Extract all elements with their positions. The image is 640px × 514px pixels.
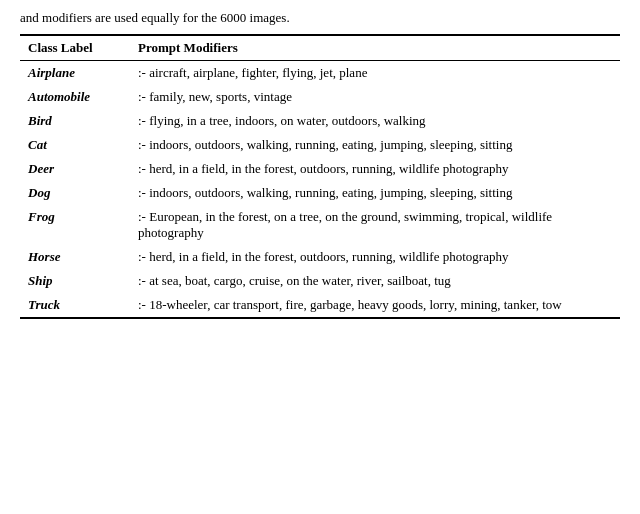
class-label-cell: Deer [20,157,130,181]
class-label-cell: Frog [20,205,130,245]
col-header-class-label: Class Label [20,35,130,61]
table-body: Airplane:- aircraft, airplane, fighter, … [20,61,620,319]
class-label-cell: Dog [20,181,130,205]
modifiers-cell: :- 18-wheeler, car transport, fire, garb… [130,293,620,318]
modifiers-cell: :- family, new, sports, vintage [130,85,620,109]
class-label-cell: Truck [20,293,130,318]
class-label-cell: Ship [20,269,130,293]
table-row: Airplane:- aircraft, airplane, fighter, … [20,61,620,86]
header-row: Class Label Prompt Modifiers [20,35,620,61]
table-row: Frog:- European, in the forest, on a tre… [20,205,620,245]
modifiers-cell: :- herd, in a field, in the forest, outd… [130,245,620,269]
class-label-cell: Horse [20,245,130,269]
modifiers-cell: :- indoors, outdoors, walking, running, … [130,133,620,157]
table-row: Ship:- at sea, boat, cargo, cruise, on t… [20,269,620,293]
table-row: Bird:- flying, in a tree, indoors, on wa… [20,109,620,133]
table-header: Class Label Prompt Modifiers [20,35,620,61]
class-label-cell: Airplane [20,61,130,86]
class-label-cell: Automobile [20,85,130,109]
col-header-prompt-modifiers: Prompt Modifiers [130,35,620,61]
modifiers-cell: :- aircraft, airplane, fighter, flying, … [130,61,620,86]
class-label-cell: Cat [20,133,130,157]
table-row: Truck:- 18-wheeler, car transport, fire,… [20,293,620,318]
table-row: Automobile:- family, new, sports, vintag… [20,85,620,109]
table-row: Dog:- indoors, outdoors, walking, runnin… [20,181,620,205]
modifiers-cell: :- herd, in a field, in the forest, outd… [130,157,620,181]
table-row: Cat:- indoors, outdoors, walking, runnin… [20,133,620,157]
modifiers-cell: :- at sea, boat, cargo, cruise, on the w… [130,269,620,293]
table-row: Horse:- herd, in a field, in the forest,… [20,245,620,269]
intro-text: and modifiers are used equally for the 6… [20,10,620,26]
class-label-table: Class Label Prompt Modifiers Airplane:- … [20,34,620,319]
modifiers-cell: :- indoors, outdoors, walking, running, … [130,181,620,205]
modifiers-cell: :- European, in the forest, on a tree, o… [130,205,620,245]
modifiers-cell: :- flying, in a tree, indoors, on water,… [130,109,620,133]
class-label-cell: Bird [20,109,130,133]
table-row: Deer:- herd, in a field, in the forest, … [20,157,620,181]
